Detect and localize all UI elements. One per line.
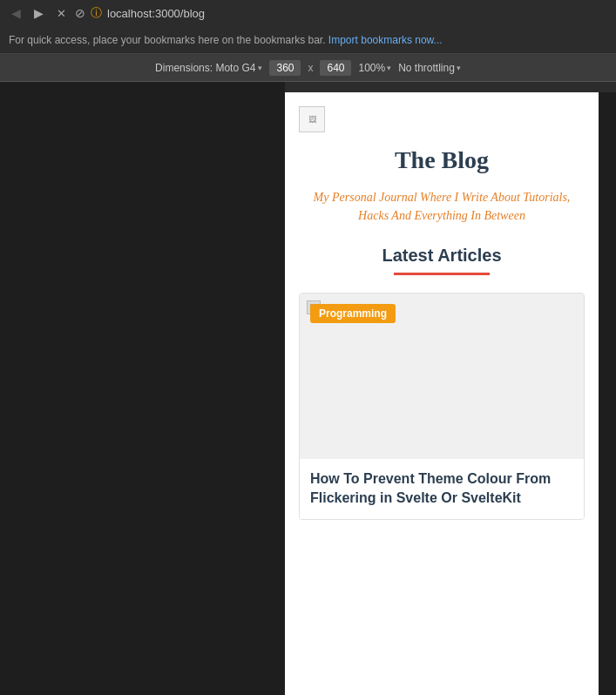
ruler-right xyxy=(285,82,616,92)
throttle-chevron-icon: ▾ xyxy=(457,64,461,72)
article-title: How To Prevent Theme Colour From Flicker… xyxy=(310,469,573,509)
bookmarks-bar: For quick access, place your bookmarks h… xyxy=(0,26,616,54)
forward-button[interactable]: ▶ xyxy=(30,4,47,22)
dimension-separator: x xyxy=(308,62,313,74)
bookmarks-text: For quick access, place your bookmarks h… xyxy=(9,34,326,46)
close-button[interactable]: ✕ xyxy=(52,4,70,22)
main-area: 🖼 The Blog My Personal Journal Where I W… xyxy=(0,92,616,695)
device-chevron-icon: ▾ xyxy=(258,64,262,72)
blog-tagline: My Personal Journal Where I Write About … xyxy=(299,188,585,225)
device-selector[interactable]: Dimensions: Moto G4 ▾ xyxy=(155,62,262,74)
ruler-left xyxy=(0,82,285,92)
bookmark-icon: ⊘ xyxy=(75,6,85,20)
article-image-wrapper: 🖼 Programming xyxy=(300,294,584,459)
browser-top-bar: ◀ ▶ ✕ ⊘ ⓘ localhost:3000/blog xyxy=(0,0,616,26)
height-input[interactable] xyxy=(320,60,351,76)
browser-viewport: 🖼 The Blog My Personal Journal Where I W… xyxy=(285,92,599,695)
width-input[interactable] xyxy=(269,60,301,76)
article-body: How To Prevent Theme Colour From Flicker… xyxy=(300,459,584,519)
url-text: localhost:3000/blog xyxy=(107,7,205,20)
security-icon: ⓘ xyxy=(91,5,102,21)
article-card[interactable]: 🖼 Programming How To Prevent Theme Colou… xyxy=(299,293,585,520)
device-label-text: Dimensions: Moto G4 xyxy=(155,62,255,74)
device-toolbar: Dimensions: Moto G4 ▾ x 100% ▾ No thrott… xyxy=(0,54,616,82)
section-title: Latest Articles xyxy=(299,246,585,266)
viewport-wrapper: 🖼 The Blog My Personal Journal Where I W… xyxy=(285,92,616,695)
address-bar[interactable]: ⊘ ⓘ localhost:3000/blog xyxy=(75,5,609,21)
zoom-selector[interactable]: 100% ▾ xyxy=(358,62,391,74)
blog-content: 🖼 The Blog My Personal Journal Where I W… xyxy=(285,92,599,534)
blog-title: The Blog xyxy=(299,146,585,174)
import-bookmarks-link[interactable]: Import bookmarks now... xyxy=(328,34,443,46)
logo-broken-icon: 🖼 xyxy=(308,115,316,124)
left-dark-panel xyxy=(0,92,285,695)
throttling-selector[interactable]: No throttling ▾ xyxy=(398,62,461,74)
blog-logo: 🖼 xyxy=(299,106,325,132)
throttling-text: No throttling xyxy=(398,62,455,74)
article-badge: Programming xyxy=(310,304,396,323)
zoom-chevron-icon: ▾ xyxy=(387,64,391,72)
section-underline xyxy=(394,273,490,275)
zoom-text: 100% xyxy=(358,62,385,74)
back-button[interactable]: ◀ xyxy=(7,4,24,22)
ruler xyxy=(0,82,616,92)
